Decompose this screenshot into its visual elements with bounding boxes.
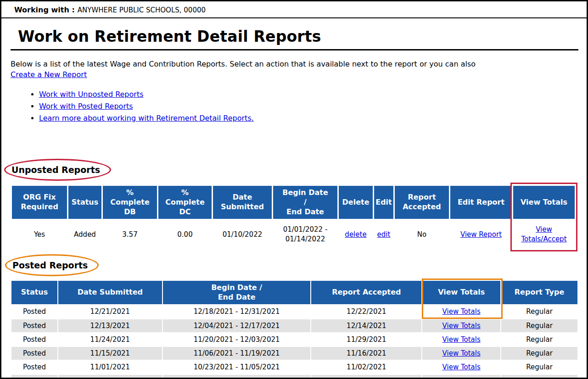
col-edit: Edit xyxy=(374,186,393,219)
posted-report-row: Posted 12/13/2021 12/04/2021 - 12/17/202… xyxy=(11,319,577,332)
cell-org-fix-required: Yes xyxy=(12,220,67,248)
cell-pct-complete-db: 3.57 xyxy=(103,220,157,248)
cell-report-accepted: 10/19/2021 xyxy=(311,375,421,379)
cell-report-accepted: 11/16/2021 xyxy=(311,347,421,360)
cell-edit: edit xyxy=(374,220,393,248)
cell-report-type: Regular xyxy=(501,347,577,360)
cell-status: Posted xyxy=(11,375,57,379)
cell-status: Posted xyxy=(11,361,57,373)
title-divider xyxy=(11,49,578,50)
cell-status: Posted xyxy=(11,333,57,346)
col-view-totals: View Totals xyxy=(513,186,575,219)
col-report-accepted: Report Accepted xyxy=(311,281,421,305)
cell-date-submitted: 11/01/2021 xyxy=(58,361,162,373)
cell-date-submitted: 10/18/2021 xyxy=(58,375,162,379)
view-totals-link[interactable]: View Totals xyxy=(442,349,481,357)
list-item: Work with Unposted Reports xyxy=(39,90,578,99)
posted-header-row: Status Date Submitted Begin Date / End D… xyxy=(11,281,577,305)
posted-reports-title: Posted Reports xyxy=(12,260,88,270)
cell-begin-end-date: 10/23/2021 - 11/05/2021 xyxy=(163,361,311,373)
posted-reports-section-heading: Posted Reports xyxy=(5,254,99,276)
cell-date-submitted: 01/10/2022 xyxy=(213,220,272,248)
cell-date-submitted: 11/24/2021 xyxy=(58,333,162,346)
cell-status: Posted xyxy=(11,319,57,332)
posted-reports-table: Status Date Submitted Begin Date / End D… xyxy=(11,280,578,379)
view-totals-link[interactable]: View Totals xyxy=(442,377,481,379)
learn-more-link[interactable]: Learn more about working with Retirement… xyxy=(39,114,254,123)
cell-begin-end-date: 11/06/2021 - 11/19/2021 xyxy=(163,347,311,360)
cell-report-type: Regular xyxy=(501,361,577,373)
col-pct-complete-dc: % Complete DC xyxy=(158,186,212,219)
col-begin-end-date: Begin Date / End Date xyxy=(273,186,337,219)
page-title: Work on Retirement Detail Reports xyxy=(18,28,578,45)
intro-text: Below is a list of the latest Wage and C… xyxy=(11,60,476,68)
posted-report-row: Posted 11/15/2021 11/06/2021 - 11/19/202… xyxy=(11,347,577,360)
cell-begin-end-date: 01/01/2022 - 01/14/2022 xyxy=(273,220,337,248)
unposted-table-wrap: ORG Fix Required Status % Complete DB % … xyxy=(11,184,578,250)
cell-report-accepted: No xyxy=(395,220,449,248)
col-delete: Delete xyxy=(339,186,373,219)
cell-begin-end-date: 12/18/2021 - 12/31/2021 xyxy=(163,305,311,318)
edit-link[interactable]: edit xyxy=(377,230,391,239)
col-report-accepted: Report Accepted xyxy=(395,186,449,219)
col-org-fix-required: ORG Fix Required xyxy=(12,186,67,219)
posted-report-row: Posted 12/21/2021 12/18/2021 - 12/31/202… xyxy=(11,305,577,318)
view-totals-link[interactable]: View Totals xyxy=(442,307,481,316)
cell-date-submitted: 11/15/2021 xyxy=(58,347,162,360)
cell-delete: delete xyxy=(339,220,373,248)
cell-view-totals: View Totals xyxy=(422,347,500,360)
cell-report-type: Regular xyxy=(501,305,577,318)
nav-links-list: Work with Unposted Reports Work with Pos… xyxy=(11,90,578,123)
cell-view-totals: View Totals xyxy=(422,305,500,318)
cell-status: Posted xyxy=(11,347,57,360)
cell-view-totals: View Totals/Accept xyxy=(513,220,575,248)
cell-view-totals: View Totals xyxy=(422,361,500,373)
cell-begin-end-date: 12/04/2021 - 12/17/2021 xyxy=(163,319,311,332)
cell-view-totals: View Totals xyxy=(422,375,500,379)
delete-link[interactable]: delete xyxy=(345,230,366,239)
working-with-value: ANYWHERE PUBLIC SCHOOLS, 00000 xyxy=(78,6,206,14)
view-totals-link[interactable]: View Totals xyxy=(442,335,481,344)
cell-report-accepted: 11/29/2021 xyxy=(311,333,421,346)
col-date-submitted: Date Submitted xyxy=(213,186,272,219)
unposted-reports-title: Unposted Reports xyxy=(11,165,100,175)
intro-paragraph: Below is a list of the latest Wage and C… xyxy=(11,59,578,80)
col-view-totals: View Totals xyxy=(422,281,500,305)
page-content: Work on Retirement Detail Reports Below … xyxy=(1,18,587,379)
cell-pct-complete-dc: 0.00 xyxy=(158,220,212,248)
posted-report-row: Posted 10/18/2021 10/09/2021 - 10/22/202… xyxy=(11,375,577,379)
col-edit-report: Edit Report xyxy=(450,186,512,219)
cell-report-type: Regular xyxy=(501,319,577,332)
cell-report-accepted: 11/02/2021 xyxy=(311,361,421,373)
create-new-report-link[interactable]: Create a New Report xyxy=(11,70,87,79)
posted-table-wrap: Status Date Submitted Begin Date / End D… xyxy=(11,280,578,379)
view-totals-accept-link[interactable]: View Totals/Accept xyxy=(521,225,566,243)
unposted-reports-section-heading: Unposted Reports xyxy=(4,159,111,181)
cell-status: Added xyxy=(68,220,101,248)
list-item: Learn more about working with Retirement… xyxy=(39,114,578,123)
unposted-reports-table: ORG Fix Required Status % Complete DB % … xyxy=(11,184,576,250)
col-status: Status xyxy=(68,186,101,219)
view-totals-link[interactable]: View Totals xyxy=(442,322,481,330)
work-with-unposted-reports-link[interactable]: Work with Unposted Reports xyxy=(39,90,144,99)
cell-report-accepted: 12/22/2021 xyxy=(311,305,421,318)
cell-begin-end-date: 11/20/2021 - 12/03/2021 xyxy=(163,333,311,346)
col-date-submitted: Date Submitted xyxy=(58,281,162,305)
cell-date-submitted: 12/13/2021 xyxy=(58,319,162,332)
col-status: Status xyxy=(11,281,57,305)
cell-view-totals: View Totals xyxy=(422,319,500,332)
view-totals-link[interactable]: View Totals xyxy=(442,363,481,371)
view-report-link[interactable]: View Report xyxy=(460,230,502,239)
posted-report-row: Posted 11/24/2021 11/20/2021 - 12/03/202… xyxy=(11,333,577,346)
cell-date-submitted: 12/21/2021 xyxy=(58,305,162,318)
cell-view-totals: View Totals xyxy=(422,333,500,346)
unposted-report-row: Yes Added 3.57 0.00 01/10/2022 01/01/202… xyxy=(12,220,575,248)
col-begin-end-date: Begin Date / End Date xyxy=(163,281,311,305)
col-pct-complete-db: % Complete DB xyxy=(103,186,157,219)
cell-report-type: Regular xyxy=(501,333,577,346)
cell-report-accepted: 12/14/2021 xyxy=(311,319,421,332)
cell-begin-end-date: 10/09/2021 - 10/22/2021 xyxy=(163,375,311,379)
working-with-bar: Working with :ANYWHERE PUBLIC SCHOOLS, 0… xyxy=(1,1,587,18)
unposted-header-row: ORG Fix Required Status % Complete DB % … xyxy=(12,186,575,219)
work-with-posted-reports-link[interactable]: Work with Posted Reports xyxy=(39,102,133,111)
